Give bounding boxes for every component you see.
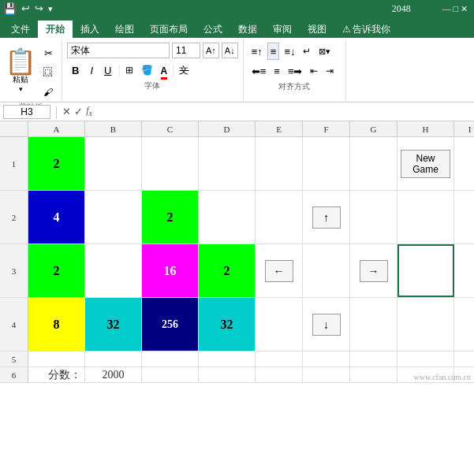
tab-draw[interactable]: 绘图 xyxy=(107,20,142,38)
col-header-I: I xyxy=(454,121,474,136)
cell-1-C xyxy=(142,137,199,190)
cell-2-E xyxy=(256,191,303,244)
tab-data[interactable]: 数据 xyxy=(230,20,265,38)
cell-1-G xyxy=(350,137,397,190)
format-painter-button[interactable]: 🖌 xyxy=(39,84,57,101)
col-header-D: D xyxy=(199,121,256,136)
undo-icon[interactable]: ↩ xyxy=(21,2,30,15)
btn-1-H[interactable]: New Game xyxy=(401,150,450,178)
cell-4-A: 8 xyxy=(28,298,85,351)
cell-2-I xyxy=(454,191,474,244)
col-header-B: B xyxy=(85,121,142,136)
font-size-input[interactable] xyxy=(172,43,200,58)
cell-6-B: 2000 xyxy=(85,367,142,382)
formula-bar: | ✕ ✓ fx xyxy=(0,102,474,121)
indent-decrease-button[interactable]: ⇤ xyxy=(307,62,321,80)
cell-6-A: 分数： xyxy=(28,367,85,382)
underline-button[interactable]: U xyxy=(99,61,116,79)
cell-5-E xyxy=(256,351,303,366)
font-shrink-button[interactable]: A↓ xyxy=(222,43,238,58)
tab-home[interactable]: 开始 xyxy=(38,20,73,38)
cell-5-C xyxy=(142,351,199,366)
save-icon[interactable]: 💾 xyxy=(3,2,17,16)
cell-1-B xyxy=(85,137,142,190)
cell-3-C: 16 xyxy=(142,244,199,297)
wrap-text-button[interactable]: ↵ xyxy=(300,43,314,60)
cell-5-I xyxy=(454,351,474,366)
btn-3-G[interactable]: → xyxy=(360,260,388,282)
cell-3-E[interactable]: ← xyxy=(256,244,303,297)
ribbon-tabs: 文件 开始 插入 绘图 页面布局 公式 数据 审阅 视图 ⚠ 告诉我你 xyxy=(0,17,474,38)
formula-input[interactable] xyxy=(95,105,471,119)
font-name-input[interactable] xyxy=(67,43,170,58)
cell-reference-input[interactable] xyxy=(3,105,50,119)
cell-3-A: 2 xyxy=(28,244,85,297)
font-label: 字体 xyxy=(67,80,238,91)
fx-label: fx xyxy=(86,105,92,117)
cell-1-H[interactable]: New Game xyxy=(397,137,454,190)
tab-review[interactable]: 审阅 xyxy=(265,20,300,38)
grid-row-6: 6分数：2000 xyxy=(0,367,474,383)
col-header-G: G xyxy=(350,121,397,136)
cell-4-G xyxy=(350,298,397,351)
col-header-H: H xyxy=(397,121,454,136)
cut-button[interactable]: ✂ xyxy=(39,44,57,61)
align-top-button[interactable]: ≡↑ xyxy=(248,43,266,60)
customize-icon[interactable]: ▾ xyxy=(48,4,53,14)
copy-button[interactable]: ⿴ xyxy=(39,64,57,81)
font-group: A↑ A↓ B I U | ⊞ 🪣 A | 文 字体 xyxy=(62,39,244,100)
border-button[interactable]: ⊞ xyxy=(122,61,136,79)
row-header-2: 2 xyxy=(0,191,28,244)
col-header-A: A xyxy=(28,121,85,136)
cell-5-H xyxy=(397,351,454,366)
cell-1-A: 2 xyxy=(28,137,85,190)
align-center-button[interactable]: ≡ xyxy=(271,62,283,80)
fill-color-button[interactable]: 🪣 xyxy=(138,61,156,79)
paste-button[interactable]: 📋 粘贴 ▾ xyxy=(5,49,36,93)
align-middle-button[interactable]: ≡ xyxy=(267,43,280,60)
row-header-1: 1 xyxy=(0,137,28,190)
tab-help[interactable]: ⚠ 告诉我你 xyxy=(334,20,398,38)
tab-formula[interactable]: 公式 xyxy=(196,20,230,38)
corner-cell xyxy=(0,121,28,136)
clipboard-group: 📋 粘贴 ▾ ✂ ⿴ 🖌 剪贴板 xyxy=(0,39,62,100)
cell-3-H xyxy=(397,244,454,297)
cell-4-E xyxy=(256,298,303,351)
merge-button[interactable]: ⊠▾ xyxy=(315,43,334,60)
tab-insert[interactable]: 插入 xyxy=(73,20,107,38)
column-headers: ABCDEFGHI xyxy=(0,121,474,137)
col-header-F: F xyxy=(303,121,350,136)
ribbon-toolbar: 📋 粘贴 ▾ ✂ ⿴ 🖌 剪贴板 A↑ A↓ B I U | ⊞ 🪣 xyxy=(0,38,474,102)
btn-2-F[interactable]: ↑ xyxy=(312,206,341,229)
cell-5-A xyxy=(28,351,85,366)
align-right-button[interactable]: ≡➡ xyxy=(285,62,306,80)
font-color-button[interactable]: A xyxy=(158,61,171,79)
cell-5-B xyxy=(85,351,142,366)
cell-1-E xyxy=(256,137,303,190)
cell-1-F xyxy=(303,137,350,190)
align-bottom-button[interactable]: ≡↓ xyxy=(281,43,298,60)
bold-button[interactable]: B xyxy=(67,61,84,79)
cell-6-F xyxy=(303,367,350,382)
redo-icon[interactable]: ↪ xyxy=(35,2,43,15)
cell-1-D xyxy=(199,137,256,190)
title-score: 2048 xyxy=(392,3,411,15)
cancel-formula-button[interactable]: ✕ xyxy=(62,106,71,117)
tab-page-layout[interactable]: 页面布局 xyxy=(142,20,196,38)
align-left-button[interactable]: ⬅≡ xyxy=(248,62,270,80)
cell-4-I xyxy=(454,298,474,351)
cell-6-C xyxy=(142,367,199,382)
btn-4-F[interactable]: ↓ xyxy=(312,314,341,336)
indent-increase-button[interactable]: ⇥ xyxy=(323,62,337,80)
btn-3-E[interactable]: ← xyxy=(265,260,293,282)
strikethrough-button[interactable]: 文 xyxy=(176,61,192,79)
cell-3-I xyxy=(454,244,474,297)
font-grow-button[interactable]: A↑ xyxy=(203,43,219,58)
tab-view[interactable]: 视图 xyxy=(300,20,334,38)
cell-2-F[interactable]: ↑ xyxy=(303,191,350,244)
confirm-formula-button[interactable]: ✓ xyxy=(74,106,83,117)
cell-3-G[interactable]: → xyxy=(350,244,397,297)
tab-file[interactable]: 文件 xyxy=(3,20,38,38)
cell-4-F[interactable]: ↓ xyxy=(303,298,350,351)
italic-button[interactable]: I xyxy=(85,61,98,79)
